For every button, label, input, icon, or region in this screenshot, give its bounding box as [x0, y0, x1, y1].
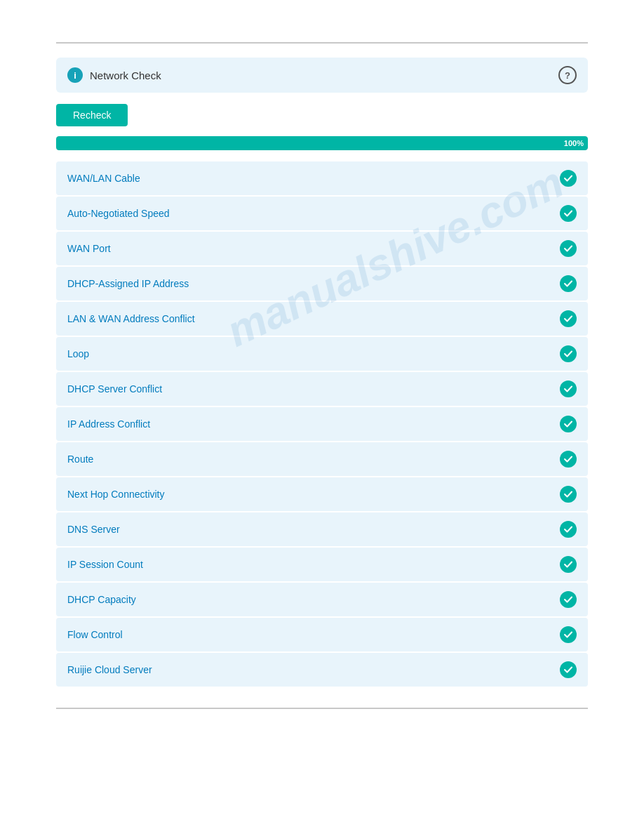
progress-bar: 100% — [56, 136, 588, 150]
check-status-icon — [560, 310, 577, 327]
check-status-icon — [560, 275, 577, 292]
check-item-label: IP Session Count — [67, 559, 143, 570]
check-item-label: DHCP-Assigned IP Address — [67, 278, 189, 289]
check-status-icon — [560, 170, 577, 187]
info-icon: i — [67, 67, 83, 83]
progress-label: 100% — [564, 139, 584, 147]
check-item: Ruijie Cloud Server — [56, 653, 588, 687]
check-status-icon — [560, 451, 577, 468]
check-item: WAN/LAN Cable — [56, 161, 588, 195]
check-status-icon — [560, 626, 577, 643]
check-status-icon — [560, 345, 577, 362]
check-status-icon — [560, 591, 577, 608]
check-item-label: Flow Control — [67, 629, 123, 640]
check-item: DHCP Capacity — [56, 583, 588, 616]
help-icon[interactable]: ? — [558, 66, 577, 84]
check-item: Auto-Negotiated Speed — [56, 197, 588, 230]
check-item-label: DHCP Capacity — [67, 594, 136, 605]
check-item: IP Session Count — [56, 548, 588, 581]
header-title: Network Check — [90, 70, 161, 81]
check-status-icon — [560, 486, 577, 503]
check-item-label: Route — [67, 454, 93, 465]
check-status-icon — [560, 240, 577, 257]
check-item-label: WAN Port — [67, 243, 111, 254]
check-item: DHCP Server Conflict — [56, 372, 588, 406]
check-status-icon — [560, 380, 577, 397]
check-item: Loop — [56, 337, 588, 371]
check-item-label: DNS Server — [67, 524, 120, 535]
check-list: WAN/LAN Cable Auto-Negotiated Speed WAN … — [56, 161, 588, 687]
check-item-label: WAN/LAN Cable — [67, 173, 140, 184]
check-item: DNS Server — [56, 512, 588, 546]
bottom-divider — [56, 708, 588, 709]
check-item-label: Ruijie Cloud Server — [67, 664, 152, 675]
progress-bar-fill: 100% — [56, 136, 588, 150]
check-status-icon — [560, 416, 577, 432]
check-item: IP Address Conflict — [56, 407, 588, 441]
recheck-button[interactable]: Recheck — [56, 104, 128, 126]
header-left: i Network Check — [67, 67, 161, 83]
check-item: LAN & WAN Address Conflict — [56, 302, 588, 336]
check-item-label: DHCP Server Conflict — [67, 383, 162, 395]
main-content: i Network Check ? Recheck 100% WAN/LAN C… — [0, 44, 644, 708]
check-item-label: IP Address Conflict — [67, 418, 150, 430]
network-check-header: i Network Check ? — [56, 58, 588, 93]
check-status-icon — [560, 556, 577, 573]
check-item-label: LAN & WAN Address Conflict — [67, 313, 195, 324]
check-status-icon — [560, 661, 577, 678]
check-item: Route — [56, 442, 588, 476]
check-item-label: Loop — [67, 348, 89, 359]
check-item-label: Auto-Negotiated Speed — [67, 208, 170, 219]
check-item: WAN Port — [56, 232, 588, 265]
check-item: Flow Control — [56, 618, 588, 651]
check-status-icon — [560, 521, 577, 538]
check-item-label: Next Hop Connectivity — [67, 489, 165, 500]
check-item: DHCP-Assigned IP Address — [56, 267, 588, 300]
check-status-icon — [560, 205, 577, 222]
check-item: Next Hop Connectivity — [56, 477, 588, 511]
